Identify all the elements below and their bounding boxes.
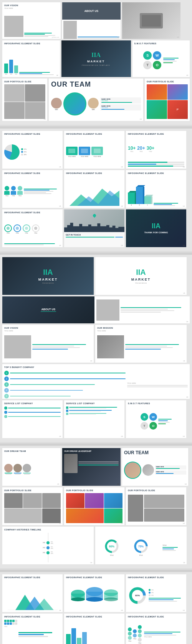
- mission-title: OUR MISSION: [97, 327, 185, 329]
- slide-portfolio-right: OUR PORTFOLIO SLIDE P IIA: [145, 79, 190, 121]
- tl-event-1: 2010: [41, 542, 45, 544]
- port-a-img-4: [4, 509, 42, 524]
- watermark: IIA: [117, 483, 119, 485]
- portfolio-img-a: [147, 84, 167, 100]
- stat-num-1: 10+: [128, 146, 136, 151]
- person-label-1: TITLE: [5, 195, 8, 197]
- watermark: IIA: [186, 118, 188, 120]
- mountain-chart: [70, 185, 119, 206]
- leadership-title: OUR DREAM LEADERSHIP: [64, 450, 119, 452]
- donut-legend: TITLE: [162, 544, 178, 546]
- vision-mission-row: OUR VISION TITLE HERE IIA: [2, 325, 190, 363]
- watermark: gfxtra.com: [52, 36, 59, 38]
- watermark: IIA: [121, 205, 123, 207]
- card-label-2: TITLE HERE: [81, 156, 88, 157]
- team2-avatar-main: [124, 462, 141, 479]
- portfolio-b-title: OUR PORTFOLIO SLIDE: [66, 489, 122, 492]
- infographic2-row-1: INFOGRAPHIC ELEMENT SLIDE IIA INFO: [2, 574, 190, 612]
- watermark: IIA: [183, 609, 185, 611]
- watermark: IIA: [90, 562, 92, 564]
- about-title: ABOUT US: [84, 10, 99, 12]
- city-silhouette: [64, 221, 124, 232]
- watermark: IIA: [177, 36, 179, 38]
- timeline1-title: COMPANY HISTORIES TIMELINE: [4, 529, 92, 531]
- clock-3: [23, 224, 30, 232]
- watermark: IIA: [59, 435, 61, 437]
- slide-market-hero: IIA MARKET PRESENTATION TEMPLATE IIA: [61, 40, 131, 77]
- watermark: IIA: [183, 292, 185, 294]
- donut-2: 75%: [133, 539, 149, 554]
- slide-typewriter: IIA: [122, 2, 180, 39]
- market-logo: IIA: [91, 52, 101, 59]
- team-avatar-1: [51, 98, 62, 109]
- tl-text-3: Title Here: [51, 551, 55, 554]
- our-team-title: OUR TEAM: [51, 81, 141, 88]
- slide-top5-benefit: TOP 5 BENEFIT COMPANY 1 2: [2, 364, 190, 399]
- watermark: IIA: [183, 166, 185, 168]
- watermark: IIA: [183, 522, 185, 524]
- pie-label-1: 55%: [24, 149, 26, 150]
- infographic-row-3: INFOGRAPHIC ELEMENT SLIDE TITLE: [2, 209, 190, 247]
- slide-our-team-2: OUR TEAM NAME HERE: [122, 448, 188, 486]
- slides-row-3: OUR PORTFOLIO SLIDE IIA OUR TEAM: [2, 79, 190, 121]
- vision-image: [4, 16, 23, 37]
- market2-logo: IIA: [136, 268, 146, 277]
- portfolio-img-c: [147, 100, 167, 119]
- person-label-3: TITLE: [18, 195, 22, 197]
- swot2-w: W: [149, 413, 157, 421]
- swot2-o: O: [149, 422, 157, 430]
- slide-title: INFOGRAPHIC ELEMENT SLIDE: [4, 211, 61, 214]
- squares-title: INFOGRAPHIC ELEMENT SLIDE: [4, 616, 61, 618]
- portfolio-img-4: [25, 102, 45, 119]
- slide-clocks: INFOGRAPHIC ELEMENT SLIDE TITLE: [2, 209, 63, 247]
- svg-point-13: [71, 597, 85, 601]
- slide-timeline-2: 60% TITLE 75%: [95, 527, 187, 564]
- about-photo: [96, 299, 119, 321]
- benefit-title: TOP 5 BENEFIT COMPANY: [4, 366, 188, 368]
- slide-title: OUR VISION: [4, 4, 59, 7]
- bowls-title: INFOGRAPHIC ELEMENT SLIDE: [66, 576, 122, 579]
- watermark: IIA: [186, 74, 188, 76]
- slide-title: INFOGRAPHIC ELEMENT SLIDE: [4, 172, 61, 174]
- watermark: IIA: [121, 166, 123, 168]
- market2-name: MARKET: [131, 278, 151, 281]
- clock-2: [13, 224, 21, 232]
- slide-3dbars: INFOGRAPHIC ELEMENT SLIDE A: [126, 170, 186, 208]
- stat-num-3: 30+: [147, 146, 154, 151]
- slide-bowls: INFOGRAPHIC ELEMENT SLIDE: [64, 574, 124, 612]
- team-avatar-main: [63, 92, 86, 115]
- slide-service-2: SERVICE LIST COMPANY: [64, 400, 124, 438]
- tl-text-2: Title Here: [51, 546, 55, 549]
- person-body-2: [11, 191, 16, 195]
- slide-title: INFOGRAPHIC ELEMENT SLIDE: [4, 133, 61, 135]
- port-b-img-5: [104, 509, 122, 524]
- service2-title: SERVICE LIST COMPANY: [66, 402, 122, 405]
- slide-about-banner: ABOUT US IIA: [2, 296, 190, 323]
- 3dbar-2: [136, 187, 143, 204]
- infographic-row-2: INFOGRAPHIC ELEMENT SLIDE TITLE TITLE: [2, 170, 190, 208]
- market1-name: MARKET: [38, 278, 58, 281]
- slide-timeline-1: COMPANY HISTORIES TIMELINE 2010 Title He…: [2, 527, 94, 564]
- portfolio-c-title: OUR PORTFOLIO SLIDE: [128, 489, 184, 492]
- slide-portfolio-left: OUR PORTFOLIO SLIDE IIA: [2, 79, 47, 121]
- watermark: IIA: [121, 244, 123, 246]
- swot2-title: S.W.O.T FEATURES: [128, 402, 184, 405]
- benefit-row: TOP 5 BENEFIT COMPANY 1 2: [2, 364, 190, 399]
- about-image: [63, 21, 77, 39]
- slide-our-vision: OUR VISION TITLE HERE gfxtra.com: [2, 2, 61, 39]
- benefit-num-4: 4: [4, 388, 9, 393]
- card-role-1: TITLE ROLE: [101, 100, 140, 102]
- watermark: IIA: [140, 118, 142, 120]
- swot-o: O: [153, 61, 161, 69]
- slide-squares: INFOGRAPHIC ELEMENT SLIDE: [2, 614, 63, 644]
- market1-sub: PRESENTATION: [42, 282, 54, 284]
- slide-dream-team: OUR DREAM TEAM: [2, 448, 61, 486]
- timeline-row: COMPANY HISTORIES TIMELINE 2010 Title He…: [2, 527, 190, 564]
- ppl-stack-title: INFOGRAPHIC ELEMENT SLIDE: [128, 616, 184, 618]
- main-wrapper: OUR VISION TITLE HERE gfxtra.com: [0, 0, 192, 644]
- vision2-title: OUR VISION: [4, 327, 92, 329]
- donut-1: 60%: [104, 539, 119, 554]
- slide-title: OUR PORTFOLIO SLIDE: [147, 80, 188, 83]
- swot-s: S: [143, 51, 152, 60]
- benefit-num-5: 5: [4, 394, 9, 398]
